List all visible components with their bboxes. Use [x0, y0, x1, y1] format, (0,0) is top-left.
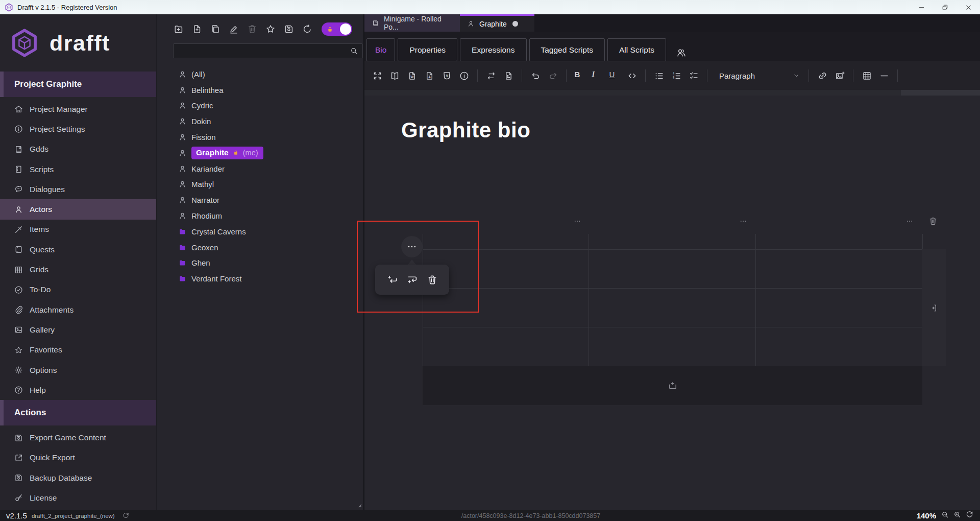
toolbar-scrollbar-thumb[interactable] [364, 90, 901, 96]
file-add-button[interactable] [191, 23, 203, 35]
sidebar-item-gallery[interactable]: Gallery [0, 320, 156, 340]
list-item-fission[interactable]: Fission [157, 129, 363, 145]
info-circle-button[interactable] [456, 68, 472, 83]
sidebar-item-options[interactable]: Options [0, 360, 156, 380]
sidebar-item-gdds[interactable]: Gdds [0, 139, 156, 159]
italic-button[interactable]: I [590, 68, 605, 83]
copy-button[interactable] [210, 23, 221, 35]
subtab-bio[interactable]: Bio [366, 38, 395, 61]
hrule-button[interactable] [876, 68, 892, 83]
sidebar-item-to-do[interactable]: To-Do [0, 280, 156, 300]
list-item-cydric[interactable]: Cydric [157, 98, 363, 114]
tab-minigame-rolled-po[interactable]: Minigame - Rolled Po... [364, 14, 460, 32]
search-input[interactable] [173, 43, 363, 58]
sidebar-item-items[interactable]: Items [0, 220, 156, 240]
trash-button[interactable] [247, 23, 258, 35]
list-item-mathyl[interactable]: Mathyl [157, 177, 363, 193]
refresh-button[interactable] [965, 510, 974, 521]
sidebar-item-quests[interactable]: Quests [0, 240, 156, 259]
delete-table-button[interactable] [928, 216, 938, 226]
list-item-kariander[interactable]: Kariander [157, 161, 363, 177]
sidebar-item-scripts[interactable]: Scripts [0, 159, 156, 179]
sidebar-item-dialogues[interactable]: Dialogues [0, 179, 156, 199]
list-item-crystal-caverns[interactable]: Crystal Caverns [157, 224, 363, 240]
link-button[interactable] [815, 68, 830, 83]
table-button[interactable] [859, 68, 874, 83]
list-item-label: (All) [191, 70, 205, 79]
image-add-button[interactable] [832, 68, 847, 83]
loop-button[interactable] [302, 23, 313, 35]
toolbar-scrollbar[interactable] [364, 90, 980, 96]
paragraph-style-select[interactable]: Paragraph [713, 72, 803, 80]
subtab-properties[interactable]: Properties [398, 38, 457, 61]
action-item-backup-database[interactable]: Backup Database [0, 468, 156, 488]
list-item-graphite[interactable]: Graphite(me) [157, 145, 363, 161]
bullet-list-button[interactable] [651, 68, 667, 83]
redo-button[interactable] [545, 68, 560, 83]
image-file-button[interactable] [501, 68, 516, 83]
doc-html-button[interactable]: 5 [439, 68, 454, 83]
tab-graphite[interactable]: Graphite [460, 14, 534, 32]
column-menu-button[interactable] [571, 217, 584, 225]
restore-button[interactable] [933, 0, 957, 14]
doc-pdf-button[interactable]: A [422, 68, 437, 83]
people-icon[interactable] [676, 47, 687, 58]
edit-button[interactable] [228, 23, 239, 35]
action-item-license[interactable]: License [0, 488, 156, 508]
action-item-export-game-content[interactable]: Export Game Content [0, 428, 156, 447]
editor-canvas[interactable]: Graphite bio [364, 96, 980, 510]
folder-add-button[interactable] [173, 23, 184, 35]
column-menu-button[interactable] [737, 217, 750, 225]
dots-h-icon [737, 217, 750, 225]
add-row-button[interactable] [423, 366, 922, 405]
zoom-out-button[interactable] [941, 510, 949, 521]
subtab-all-scripts[interactable]: All Scripts [607, 38, 666, 61]
statusbar: v2.1.5 drafft_2_project_graphite_(new) /… [0, 510, 980, 521]
action-item-quick-export[interactable]: Quick Export [0, 448, 156, 468]
underline-button[interactable]: U [607, 68, 622, 83]
floppy-button[interactable] [283, 23, 295, 35]
swap-button[interactable] [483, 68, 499, 83]
list-item-verdant-forest[interactable]: Verdant Forest [157, 271, 363, 287]
sidebar-item-actors[interactable]: Actors [0, 199, 156, 219]
doc-word-button[interactable]: W [404, 68, 420, 83]
sidebar-item-attachments[interactable]: Attachments [0, 300, 156, 320]
list-item-belinthea[interactable]: Belinthea [157, 82, 363, 98]
ordered-list-button[interactable]: 123 [669, 68, 684, 83]
list-item-ghen[interactable]: Ghen [157, 255, 363, 271]
subtab-tagged-scripts[interactable]: Tagged Scripts [529, 38, 605, 61]
refresh-icon[interactable] [122, 512, 130, 519]
undo-button[interactable] [528, 68, 543, 83]
minimize-button[interactable] [910, 0, 933, 14]
sidebar-nav: Project ManagerProject SettingsGddsScrip… [0, 99, 156, 400]
book-open-button[interactable] [387, 68, 402, 83]
star-button[interactable] [265, 23, 276, 35]
code-button[interactable] [624, 68, 640, 83]
list-item-label: Dokin [191, 117, 211, 126]
row-before-button[interactable] [386, 274, 399, 286]
close-button[interactable] [957, 0, 980, 14]
panel-resize-grip[interactable] [354, 500, 362, 508]
column-menu-button[interactable] [903, 217, 916, 225]
sidebar-item-project-manager[interactable]: Project Manager [0, 99, 156, 119]
list-item-dokin[interactable]: Dokin [157, 113, 363, 129]
list-item-label: Narrator [191, 196, 219, 204]
sidebar-item-project-settings[interactable]: Project Settings [0, 119, 156, 139]
sidebar-item-help[interactable]: Help [0, 380, 156, 400]
row-menu-button[interactable] [401, 236, 423, 257]
fullscreen-button[interactable] [370, 68, 385, 83]
check-list-button[interactable] [686, 68, 701, 83]
lock-toggle[interactable] [322, 22, 352, 36]
sidebar-item-grids[interactable]: Grids [0, 259, 156, 279]
bold-button[interactable]: B [572, 68, 587, 83]
sidebar-item-favorites[interactable]: Favorites [0, 340, 156, 360]
subtab-expressions[interactable]: Expressions [460, 38, 526, 61]
list-item-all[interactable]: (All) [157, 66, 363, 82]
list-item-geoxen[interactable]: Geoxen [157, 240, 363, 255]
list-item-rhodium[interactable]: Rhodium [157, 208, 363, 224]
row-after-button[interactable] [406, 274, 419, 286]
zoom-in-button[interactable] [953, 510, 962, 521]
trash-button[interactable] [426, 274, 438, 286]
list-item-narrator[interactable]: Narrator [157, 192, 363, 208]
add-column-button[interactable] [922, 249, 946, 366]
